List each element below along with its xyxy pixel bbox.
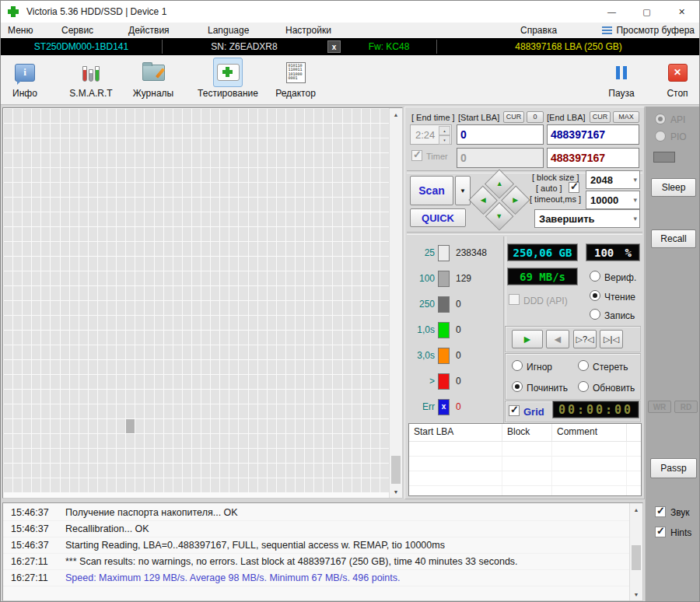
sleep-button[interactable]: Sleep (651, 178, 696, 197)
timeout-select[interactable]: 10000▾ (586, 191, 640, 209)
ddd-checkbox[interactable] (509, 294, 520, 305)
start-lba-input[interactable]: 0 (457, 124, 544, 145)
menu-item-help[interactable]: Справка (520, 25, 557, 36)
info-button[interactable]: i Инфо (5, 58, 45, 99)
log-scrollbar[interactable]: ▲ ▼ (629, 503, 642, 600)
scan-block (201, 316, 210, 330)
scan-button[interactable]: Scan (410, 176, 453, 205)
smart-button[interactable]: S.M.A.R.T (63, 58, 119, 99)
quick-button[interactable]: QUICK (410, 208, 466, 227)
scan-block (164, 212, 173, 226)
editor-button[interactable]: 010110 110011 101000 0001 Редактор (268, 58, 323, 99)
scan-block (277, 478, 285, 492)
log-lines: 15:46:37Получение паспорта накопителя...… (3, 505, 629, 586)
scroll-down-icon[interactable]: ▼ (630, 588, 642, 600)
scan-block (89, 212, 97, 226)
remap-radio[interactable] (512, 381, 523, 392)
scan-scrollbar[interactable]: ▲ ▼ (389, 108, 402, 498)
serial-hide-button[interactable]: x (327, 40, 341, 53)
scan-block (286, 419, 295, 433)
scan-block (305, 198, 313, 212)
back-button[interactable]: ◄ (546, 330, 569, 348)
scan-block (23, 375, 31, 389)
scan-block (362, 345, 370, 359)
scan-block (145, 242, 153, 256)
scan-block (70, 183, 79, 197)
pause-button[interactable]: Пауза (600, 58, 643, 99)
scan-block (32, 390, 40, 404)
scan-block (79, 109, 88, 123)
timer-checkbox[interactable] (411, 150, 422, 161)
end-cur-button[interactable]: CUR (590, 111, 611, 123)
scan-block (362, 212, 370, 226)
restore-radio[interactable] (578, 381, 589, 392)
scan-block (117, 478, 125, 492)
scan-block (258, 404, 267, 418)
scan-end-button[interactable]: ▷|◁ (600, 330, 623, 348)
end-max-button[interactable]: MAX (613, 111, 639, 123)
buffer-view-button[interactable]: Просмотр буфера (602, 25, 695, 36)
scan-block (145, 271, 153, 285)
testing-button[interactable]: Тестирование (192, 58, 264, 99)
scan-block (70, 375, 79, 389)
scan-block (89, 404, 97, 418)
pio-radio[interactable] (655, 131, 666, 142)
menu-item-menu[interactable]: Меню (8, 25, 33, 36)
end-time-spinner[interactable]: 2:24 ▴ ▾ (410, 124, 452, 145)
scan-block (192, 404, 201, 418)
scan-block (211, 109, 219, 123)
scan-block (117, 198, 125, 212)
start-zero-button[interactable]: 0 (527, 111, 544, 123)
scan-block (4, 198, 12, 212)
scroll-thumb[interactable] (632, 545, 641, 570)
stop-button[interactable]: ✕ Стоп (656, 58, 698, 99)
block-size-select[interactable]: 2048▾ (586, 170, 640, 189)
api-radio[interactable] (655, 114, 666, 124)
scan-block (229, 286, 238, 300)
auto-checkbox[interactable] (569, 182, 579, 193)
scan-block (371, 478, 380, 492)
timer-to-input[interactable]: 488397167 (547, 148, 639, 168)
end-lba-input[interactable]: 488397167 (547, 124, 639, 145)
read-radio[interactable] (590, 290, 600, 301)
scan-question-button[interactable]: ▷?◁ (573, 330, 597, 348)
scan-block (352, 316, 361, 330)
recall-button[interactable]: Recall (651, 229, 696, 248)
journals-button[interactable]: Журналы (127, 58, 180, 99)
scan-block (286, 183, 295, 197)
write-radio[interactable] (590, 309, 600, 320)
close-button[interactable]: ✕ (664, 1, 699, 23)
menu-item-language[interactable]: Language (208, 25, 249, 36)
scroll-thumb[interactable] (391, 456, 401, 484)
wr-button[interactable]: WR (648, 401, 671, 413)
minimize-button[interactable]: — (594, 1, 629, 23)
menu-item-settings[interactable]: Настройки (285, 25, 331, 36)
sound-checkbox[interactable] (655, 506, 666, 517)
menu-item-actions[interactable]: Действия (128, 25, 170, 36)
scan-block (277, 331, 285, 345)
scan-block (107, 212, 116, 226)
on-end-action-select[interactable]: Завершить▾ (534, 209, 640, 228)
scroll-up-icon[interactable]: ▲ (390, 108, 402, 121)
app-icon (8, 6, 19, 17)
start-cur-button[interactable]: CUR (503, 111, 524, 123)
grid-checkbox[interactable] (509, 405, 520, 416)
hints-checkbox[interactable] (655, 527, 666, 537)
toolbar: i Инфо S.M.A.R.T Журналы Тестирование 01… (1, 55, 699, 105)
scan-block (380, 375, 389, 389)
spinner-arrows[interactable]: ▴ ▾ (439, 126, 450, 143)
maximize-button[interactable]: ▢ (629, 1, 664, 23)
scan-block (164, 183, 173, 197)
play-button[interactable]: ► (512, 330, 543, 348)
erase-radio[interactable] (578, 360, 589, 371)
rd-button[interactable]: RD (674, 401, 698, 413)
scroll-down-icon[interactable]: ▼ (390, 485, 402, 498)
table-row (409, 442, 641, 457)
table-row (409, 457, 641, 471)
scroll-up-icon[interactable]: ▲ (630, 503, 642, 516)
menu-item-service[interactable]: Сервис (61, 25, 93, 36)
verify-radio[interactable] (590, 271, 600, 282)
play-icon: ► (522, 333, 533, 345)
passport-button[interactable]: Passp (650, 458, 697, 478)
ignore-radio[interactable] (512, 360, 523, 371)
